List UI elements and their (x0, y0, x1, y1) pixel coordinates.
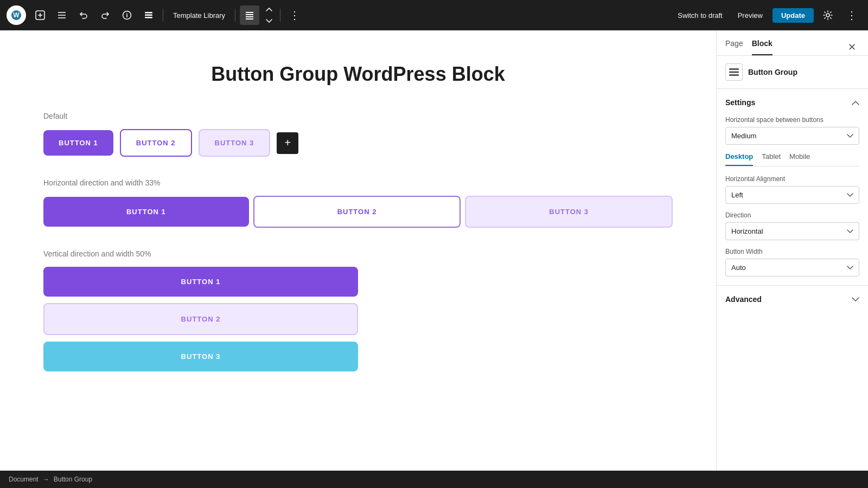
svg-rect-16 (729, 72, 739, 73)
preview-button[interactable]: Preview (732, 8, 768, 23)
horizontal-button-row: BUTTON 1 BUTTON 2 BUTTON 3 (43, 196, 673, 228)
align-button[interactable] (240, 5, 259, 25)
horizontal-section-label: Horizontal direction and width 33% (43, 178, 673, 187)
direction-select[interactable]: Horizontal Vertical (725, 222, 859, 240)
default-section: Default BUTTON 1 BUTTON 2 BUTTON 3 + (43, 112, 673, 157)
svg-text:i: i (126, 12, 127, 18)
settings-section: Settings Horizontal space between button… (717, 89, 868, 286)
svg-rect-12 (246, 16, 253, 17)
svg-point-14 (826, 14, 829, 17)
tab-desktop[interactable]: Desktop (725, 152, 753, 166)
svg-rect-17 (729, 74, 739, 76)
horizontal-btn1[interactable]: BUTTON 1 (43, 197, 249, 227)
device-tabs: Desktop Tablet Mobile (725, 152, 859, 166)
breadcrumb-document[interactable]: Document (9, 476, 39, 483)
breadcrumb-arrow: → (43, 476, 49, 483)
add-block-button[interactable] (30, 5, 50, 25)
tab-block[interactable]: Block (752, 39, 773, 55)
svg-rect-8 (145, 15, 152, 16)
view-down-button[interactable] (263, 16, 276, 25)
direction-field: Direction Horizontal Vertical (725, 211, 859, 248)
button-width-field: Button Width Auto Full 25% 33% 50% 66% 7… (725, 248, 859, 277)
vertical-btn3[interactable]: BUTTON 3 (43, 342, 358, 371)
breadcrumb-bar: Document → Button Group (0, 471, 868, 488)
toolbar-more-button[interactable]: ⋮ (842, 5, 861, 25)
add-button-button[interactable]: + (277, 132, 298, 154)
sidebar-tabs: Page Block (725, 39, 773, 55)
vertical-button-col: BUTTON 1 BUTTON 2 BUTTON 3 (43, 267, 358, 371)
svg-text:W: W (13, 11, 20, 19)
horizontal-space-field: Horizontal space between buttons Small M… (725, 116, 859, 152)
tab-page[interactable]: Page (725, 39, 743, 55)
button-width-label: Button Width (725, 248, 859, 255)
more-options-button[interactable]: ⋮ (285, 5, 304, 25)
sidebar-header: Page Block ✕ (717, 30, 868, 56)
toolbar: W i Template Library ⋮ (0, 0, 868, 30)
breadcrumb-block[interactable]: Button Group (54, 476, 92, 483)
default-button-row: BUTTON 1 BUTTON 2 BUTTON 3 + (43, 129, 673, 157)
advanced-title: Advanced (725, 295, 762, 304)
sidebar: Page Block ✕ Button Group Settings Horiz… (716, 30, 868, 471)
update-button[interactable]: Update (773, 8, 814, 23)
horizontal-alignment-label: Horizontal Alignment (725, 175, 859, 183)
svg-rect-15 (729, 68, 739, 70)
info-button[interactable]: i (117, 5, 137, 25)
horizontal-space-select[interactable]: Small Medium Large (725, 127, 859, 145)
block-name-label: Button Group (748, 68, 797, 76)
undo-button[interactable] (74, 5, 93, 25)
button-width-select[interactable]: Auto Full 25% 33% 50% 66% 75% (725, 259, 859, 277)
page-title: Button Group WordPress Block (43, 63, 673, 86)
default-btn1[interactable]: BUTTON 1 (43, 130, 113, 156)
svg-rect-9 (145, 17, 152, 18)
direction-label: Direction (725, 211, 859, 219)
settings-title: Settings (725, 98, 755, 107)
tab-mobile[interactable]: Mobile (789, 152, 810, 166)
horizontal-alignment-field: Horizontal Alignment Left Center Right (725, 175, 859, 211)
default-section-label: Default (43, 112, 673, 120)
sidebar-close-button[interactable]: ✕ (844, 40, 859, 55)
horizontal-section: Horizontal direction and width 33% BUTTO… (43, 178, 673, 228)
list-view-button[interactable] (139, 5, 158, 25)
vertical-section-label: Vertical direction and width 50% (43, 249, 673, 258)
svg-rect-11 (246, 14, 253, 15)
horizontal-btn3[interactable]: BUTTON 3 (465, 196, 673, 228)
svg-rect-7 (145, 12, 152, 14)
settings-chevron-button[interactable] (852, 98, 859, 107)
horizontal-alignment-select[interactable]: Left Center Right (725, 186, 859, 204)
template-library-button[interactable]: Template Library (168, 8, 231, 23)
switch-draft-button[interactable]: Switch to draft (672, 8, 727, 23)
default-btn3[interactable]: BUTTON 3 (199, 129, 271, 157)
horizontal-space-label: Horizontal space between buttons (725, 116, 859, 124)
editor-area: Button Group WordPress Block Default BUT… (0, 30, 716, 471)
advanced-section-header: Advanced (725, 294, 859, 304)
vertical-btn2[interactable]: BUTTON 2 (43, 303, 358, 335)
vertical-btn1[interactable]: BUTTON 1 (43, 267, 358, 297)
advanced-chevron-button[interactable] (852, 294, 859, 304)
settings-section-header: Settings (725, 98, 859, 107)
tab-tablet[interactable]: Tablet (762, 152, 781, 166)
wp-logo: W (7, 5, 26, 25)
sidebar-block-header: Button Group (717, 56, 868, 89)
view-up-button[interactable] (263, 5, 276, 15)
svg-rect-10 (246, 12, 253, 13)
block-icon (725, 63, 743, 81)
default-btn2[interactable]: BUTTON 2 (120, 129, 192, 157)
tools-button[interactable] (52, 5, 72, 25)
vertical-section: Vertical direction and width 50% BUTTON … (43, 249, 673, 371)
svg-rect-13 (246, 18, 253, 20)
horizontal-btn2[interactable]: BUTTON 2 (253, 196, 461, 228)
advanced-section: Advanced (717, 286, 868, 313)
settings-gear-button[interactable] (818, 5, 838, 25)
redo-button[interactable] (95, 5, 115, 25)
